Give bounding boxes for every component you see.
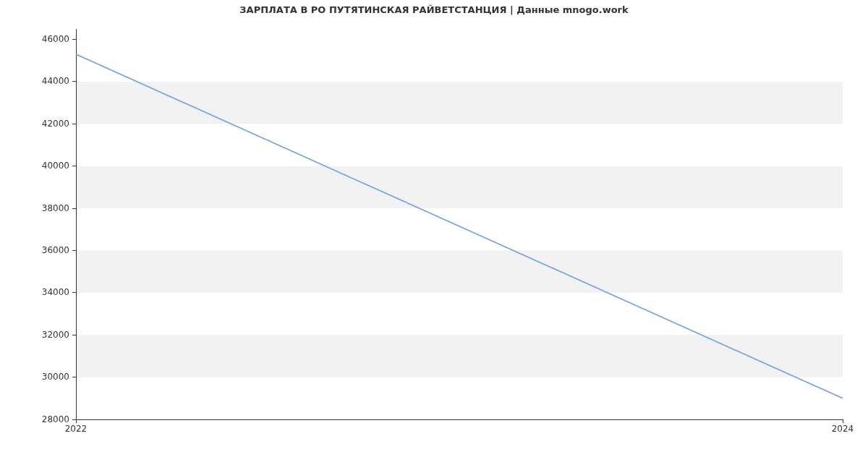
grid-band: [76, 166, 843, 208]
chart-svg: 2800030000320003400036000380004000042000…: [0, 0, 868, 470]
y-tick-label: 32000: [42, 330, 69, 340]
y-tick-label: 34000: [42, 287, 69, 297]
x-tick-label: 2024: [832, 424, 854, 434]
y-tick-label: 38000: [42, 203, 69, 213]
grid-band: [76, 250, 843, 292]
chart-container: ЗАРПЛАТА В РО ПУТЯТИНСКАЯ РАЙВЕТСТАНЦИЯ …: [0, 0, 868, 470]
y-tick-label: 46000: [42, 34, 69, 44]
y-tick-label: 28000: [42, 414, 69, 424]
y-tick-label: 30000: [42, 372, 69, 382]
x-tick-label: 2022: [65, 424, 88, 434]
y-tick-label: 44000: [42, 76, 69, 86]
grid-band: [76, 82, 843, 124]
y-tick-label: 42000: [42, 119, 69, 129]
y-tick-label: 36000: [42, 245, 69, 255]
chart-title: ЗАРПЛАТА В РО ПУТЯТИНСКАЯ РАЙВЕТСТАНЦИЯ …: [0, 4, 868, 15]
grid-band: [76, 335, 843, 377]
y-tick-label: 40000: [42, 161, 69, 171]
